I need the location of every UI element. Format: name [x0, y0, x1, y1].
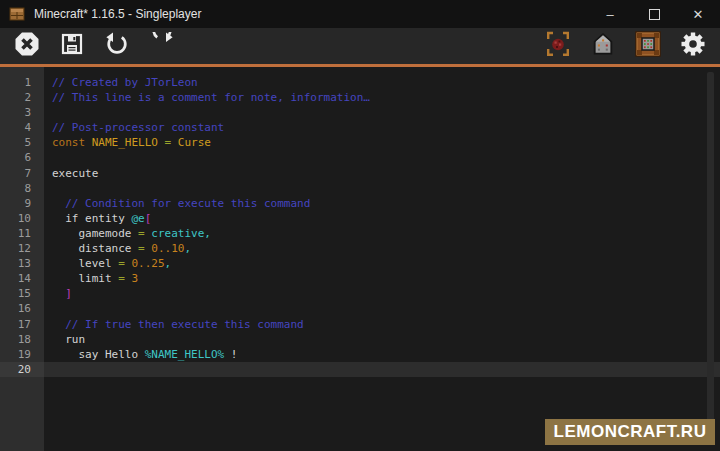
line-number: 9 [0, 196, 44, 211]
code-line[interactable]: // Created by JTorLeon [44, 75, 720, 90]
minimize-icon: – [606, 7, 613, 22]
line-number: 7 [0, 166, 44, 181]
code-line[interactable] [44, 105, 720, 120]
redstone-selection-button[interactable] [544, 32, 572, 60]
house-icon [591, 31, 615, 61]
code-line[interactable]: gamemode = creative, [44, 226, 720, 241]
window-title: Minecraft* 1.16.5 - Singleplayer [34, 7, 588, 21]
maximize-button[interactable] [632, 0, 676, 28]
line-number: 1 [0, 75, 44, 90]
undo-button[interactable] [103, 32, 131, 60]
line-number: 18 [0, 332, 44, 347]
redo-button[interactable] [148, 32, 176, 60]
code-line[interactable]: // If true then execute this command [44, 317, 720, 332]
maximize-icon [649, 9, 660, 20]
line-number: 10 [0, 211, 44, 226]
code-line[interactable] [44, 150, 720, 165]
titlebar: Minecraft* 1.16.5 - Singleplayer – ✕ [0, 0, 720, 28]
gear-icon [680, 31, 706, 61]
code-line[interactable]: // Condition for execute this command [44, 196, 720, 211]
toolbar [0, 28, 720, 64]
line-number: 12 [0, 241, 44, 256]
minecraft-app-icon [9, 6, 25, 22]
app-window: Minecraft* 1.16.5 - Singleplayer – ✕ [0, 0, 720, 451]
line-number: 4 [0, 120, 44, 135]
line-number: 8 [0, 181, 44, 196]
code-line[interactable]: // This line is a comment for note, info… [44, 90, 720, 105]
code-line[interactable]: if entity @e[ [44, 211, 720, 226]
code-line[interactable] [44, 301, 720, 316]
settings-button[interactable] [679, 32, 707, 60]
code-line[interactable]: const NAME_HELLO = Curse [44, 135, 720, 150]
code-line[interactable]: execute [44, 166, 720, 181]
line-number: 2 [0, 90, 44, 105]
line-number: 3 [0, 105, 44, 120]
save-button[interactable] [58, 32, 86, 60]
structure-block-icon [635, 31, 661, 61]
code-line[interactable]: say Hello %NAME_HELLO% ! [44, 347, 720, 362]
line-number: 16 [0, 301, 44, 316]
code-area[interactable]: // Created by JTorLeon// This line is a … [44, 67, 720, 451]
octagon-x-icon [14, 31, 40, 61]
floppy-disk-icon [60, 32, 84, 60]
line-number: 14 [0, 271, 44, 286]
minimize-button[interactable]: – [588, 0, 632, 28]
line-number: 20 [0, 362, 44, 377]
code-editor[interactable]: 1234567891011121314151617181920 // Creat… [0, 67, 720, 451]
line-number: 15 [0, 286, 44, 301]
line-number: 11 [0, 226, 44, 241]
vertical-scrollbar[interactable] [707, 72, 714, 443]
gutter: 1234567891011121314151617181920 [0, 67, 44, 451]
code-line[interactable]: run [44, 332, 720, 347]
line-number: 13 [0, 256, 44, 271]
code-line[interactable]: ] [44, 286, 720, 301]
code-line[interactable]: limit = 3 [44, 271, 720, 286]
code-line[interactable]: // Post-processor constant [44, 120, 720, 135]
redo-arrow-icon [150, 32, 174, 60]
window-controls: – ✕ [588, 0, 720, 28]
close-icon: ✕ [693, 7, 704, 22]
close-file-button[interactable] [13, 32, 41, 60]
close-button[interactable]: ✕ [676, 0, 720, 28]
redstone-frame-icon [545, 31, 571, 61]
code-line[interactable]: level = 0..25, [44, 256, 720, 271]
code-line[interactable] [44, 181, 720, 196]
undo-arrow-icon [105, 32, 129, 60]
watermark: LEMONCRAFT.RU [545, 419, 715, 445]
structure-block-button[interactable] [634, 32, 662, 60]
code-line[interactable] [44, 362, 720, 377]
line-number: 6 [0, 150, 44, 165]
line-number: 5 [0, 135, 44, 150]
structure-home-button[interactable] [589, 32, 617, 60]
line-number: 19 [0, 347, 44, 362]
code-line[interactable]: distance = 0..10, [44, 241, 720, 256]
line-number: 17 [0, 317, 44, 332]
